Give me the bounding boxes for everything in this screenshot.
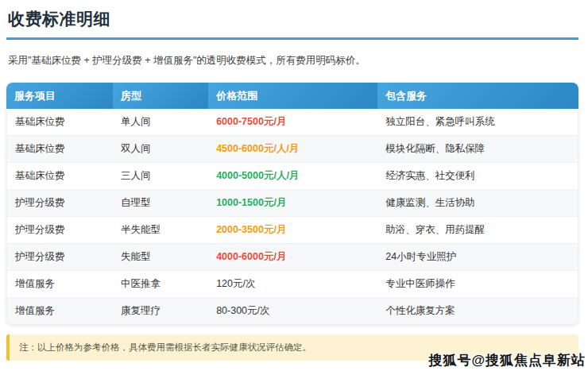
column-header-includes: 包含服务 [377,83,578,109]
price-cell: 4500-6000元/人/月 [208,136,377,163]
includes-cell: 24小时专业照护 [377,244,578,271]
service-cell: 护理分级费 [6,244,113,271]
room-cell: 双人间 [113,136,208,163]
header-row: 服务项目 房型 价格范围 包含服务 [6,83,578,109]
room-cell: 康复理疗 [113,298,208,325]
fee-table: 服务项目 房型 价格范围 包含服务 基础床位费单人间6000-7500元/月独立… [6,83,578,325]
includes-cell: 模块化隔断、隐私保障 [377,136,578,163]
table-row: 护理分级费失能型4000-6000元/月24小时专业照护 [6,244,578,271]
fee-table-head: 服务项目 房型 价格范围 包含服务 [6,83,578,109]
room-cell: 自理型 [113,190,208,217]
room-cell: 单人间 [113,109,208,136]
price-cell: 6000-7500元/月 [208,109,377,136]
service-cell: 基础床位费 [6,163,113,190]
service-cell: 增值服务 [6,298,113,325]
includes-cell: 助浴、穿衣、用药提醒 [377,217,578,244]
price-cell: 1000-1500元/月 [208,190,377,217]
page: 收费标准明细 采用"基础床位费 + 护理分级费 + 增值服务"的透明收费模式，所… [0,0,588,361]
room-cell: 三人间 [113,163,208,190]
includes-cell: 经济实惠、社交便利 [377,163,578,190]
price-cell: 80-300元/次 [208,298,377,325]
includes-cell: 专业中医师操作 [377,271,578,298]
includes-cell: 健康监测、生活协助 [377,190,578,217]
service-cell: 护理分级费 [6,190,113,217]
room-cell: 中医推拿 [113,271,208,298]
price-cell: 120元/次 [208,271,377,298]
watermark: 搜狐号@搜狐焦点阜新站 [428,351,586,369]
price-cell: 4000-6000元/月 [208,244,377,271]
column-header-price: 价格范围 [208,83,377,109]
table-row: 基础床位费双人间4500-6000元/人/月模块化隔断、隐私保障 [6,136,578,163]
table-row: 护理分级费自理型1000-1500元/月健康监测、生活协助 [6,190,578,217]
service-cell: 护理分级费 [6,217,113,244]
table-row: 增值服务中医推拿120元/次专业中医师操作 [6,271,578,298]
page-subtitle: 采用"基础床位费 + 护理分级费 + 增值服务"的透明收费模式，所有费用明码标价… [8,54,578,68]
includes-cell: 个性化康复方案 [377,298,578,325]
column-header-service: 服务项目 [6,83,113,109]
price-cell: 2000-3500元/月 [208,217,377,244]
service-cell: 基础床位费 [6,109,113,136]
service-cell: 基础床位费 [6,136,113,163]
page-title: 收费标准明细 [8,8,578,30]
service-cell: 增值服务 [6,271,113,298]
column-header-room: 房型 [113,83,208,109]
note-text: 注：以上价格为参考价格，具体费用需根据长者实际健康状况评估确定。 [19,342,311,352]
includes-cell: 独立阳台、紧急呼叫系统 [377,109,578,136]
room-cell: 失能型 [113,244,208,271]
room-cell: 半失能型 [113,217,208,244]
table-row: 增值服务康复理疗80-300元/次个性化康复方案 [6,298,578,325]
price-cell: 4000-5000元/人/月 [208,163,377,190]
table-row: 基础床位费单人间6000-7500元/月独立阳台、紧急呼叫系统 [6,109,578,136]
table-row: 护理分级费半失能型2000-3500元/月助浴、穿衣、用药提醒 [6,217,578,244]
fee-table-body: 基础床位费单人间6000-7500元/月独立阳台、紧急呼叫系统基础床位费双人间4… [6,109,578,325]
table-row: 基础床位费三人间4000-5000元/人/月经济实惠、社交便利 [6,163,578,190]
title-underline [6,37,578,40]
